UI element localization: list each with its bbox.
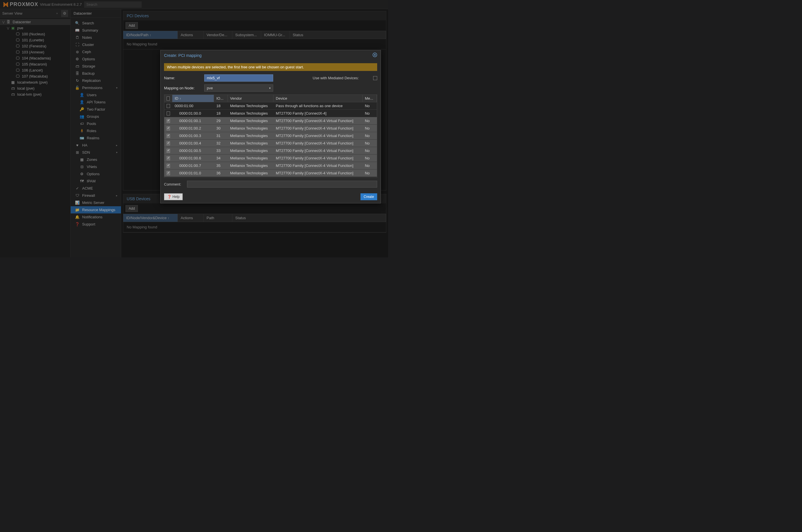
cell-mediated: No <box>363 110 377 117</box>
row-checkbox[interactable] <box>167 134 170 138</box>
mediated-label: Use with Mediated Devices: <box>313 76 359 80</box>
sort-asc-icon: ↑ <box>179 97 181 100</box>
cell-id: 0000:01:01.0 <box>172 170 214 177</box>
cell-iommu: 18 <box>214 110 228 117</box>
node-select[interactable]: pve ▾ <box>204 84 273 92</box>
device-row[interactable]: 0000:01:00.331Mellanox TechnologiesMT277… <box>164 132 377 139</box>
device-row[interactable]: 0000:01:00.533Mellanox TechnologiesMT277… <box>164 147 377 154</box>
cell-device: Pass through all functions as one device <box>273 102 363 110</box>
cell-vendor: Mellanox Technologies <box>228 117 273 125</box>
cell-iommu: 36 <box>214 170 228 177</box>
name-input[interactable] <box>204 74 273 81</box>
device-row[interactable]: 0000:02:00.019Samsung ElectronicsNo <box>164 177 377 178</box>
cell-id: 0000:01:00.6 <box>172 154 214 162</box>
comment-input[interactable] <box>187 181 377 188</box>
device-row[interactable]: 0000:01:0018Mellanox TechnologiesPass th… <box>164 102 377 110</box>
cell-device: MT27700 Family [ConnectX-4 Virtual Funct… <box>273 147 363 154</box>
row-checkbox[interactable] <box>167 104 170 108</box>
device-row[interactable]: 0000:01:00.129Mellanox TechnologiesMT277… <box>164 117 377 125</box>
cell-vendor: Mellanox Technologies <box>228 154 273 162</box>
cell-id: 0000:01:00.0 <box>172 110 214 117</box>
cell-device: MT27700 Family [ConnectX-4 Virtual Funct… <box>273 117 363 125</box>
cell-vendor: Mellanox Technologies <box>228 110 273 117</box>
cell-mediated: No <box>363 154 377 162</box>
cell-mediated: No <box>363 177 377 178</box>
cell-mediated: No <box>363 147 377 154</box>
cell-id: 0000:01:00.4 <box>172 139 214 147</box>
device-row[interactable]: 0000:01:00.432Mellanox TechnologiesMT277… <box>164 139 377 147</box>
cell-vendor: Mellanox Technologies <box>228 125 273 132</box>
cell-mediated: No <box>363 132 377 139</box>
cell-vendor: Samsung Electronics <box>228 177 273 178</box>
cell-iommu: 33 <box>214 147 228 154</box>
cell-device: MT27700 Family [ConnectX-4 Virtual Funct… <box>273 139 363 147</box>
cell-mediated: No <box>363 139 377 147</box>
cell-iommu: 30 <box>214 125 228 132</box>
info-banner: When multiple devices are selected, the … <box>164 63 377 71</box>
cell-iommu: 31 <box>214 132 228 139</box>
cell-id: 0000:01:00.5 <box>172 147 214 154</box>
name-label: Name: <box>164 76 198 80</box>
row-checkbox[interactable] <box>167 164 170 168</box>
cell-mediated: No <box>363 117 377 125</box>
cell-device: MT27700 Family [ConnectX-4 Virtual Funct… <box>273 125 363 132</box>
cell-vendor: Mellanox Technologies <box>228 170 273 177</box>
col-mediated[interactable]: Me... <box>363 95 377 102</box>
cell-mediated: No <box>363 170 377 177</box>
col-vendor[interactable]: Vendor <box>228 95 273 102</box>
cell-device: MT27700 Family [ConnectX-4 Virtual Funct… <box>273 162 363 169</box>
cell-id: 0000:01:00.3 <box>172 132 214 139</box>
cell-vendor: Mellanox Technologies <box>228 147 273 154</box>
row-checkbox[interactable] <box>167 119 170 123</box>
device-row[interactable]: 0000:01:00.735Mellanox TechnologiesMT277… <box>164 162 377 170</box>
cell-vendor: Mellanox Technologies <box>228 132 273 139</box>
cell-mediated: No <box>363 102 377 110</box>
cell-vendor: Mellanox Technologies <box>228 102 273 110</box>
col-iommu[interactable]: IO... <box>214 95 228 102</box>
row-checkbox[interactable] <box>167 127 170 130</box>
cell-mediated: No <box>363 125 377 132</box>
chevron-down-icon: ▾ <box>269 87 271 90</box>
row-checkbox[interactable] <box>167 112 170 115</box>
cell-device: MT27700 Family [ConnectX-4] <box>273 110 363 117</box>
device-grid: ID↑ IO... Vendor Device Me... 0000:01:00… <box>164 95 377 178</box>
cell-device <box>273 177 363 178</box>
cell-iommu: 29 <box>214 117 228 125</box>
cell-device: MT27700 Family [ConnectX-4 Virtual Funct… <box>273 154 363 162</box>
device-row[interactable]: 0000:01:00.018Mellanox TechnologiesMT277… <box>164 110 377 117</box>
cell-iommu: 18 <box>214 102 228 110</box>
node-label: Mapping on Node: <box>164 86 198 90</box>
device-row[interactable]: 0000:01:01.036Mellanox TechnologiesMT277… <box>164 170 377 177</box>
close-icon[interactable] <box>373 53 377 58</box>
row-checkbox[interactable] <box>167 141 170 145</box>
device-row[interactable]: 0000:01:00.634Mellanox TechnologiesMT277… <box>164 154 377 162</box>
cell-id: 0000:01:00.7 <box>172 162 214 169</box>
cell-mediated: No <box>363 162 377 169</box>
dialog-title: Create: PCI mapping <box>164 53 202 58</box>
create-pci-mapping-dialog: Create: PCI mapping When multiple device… <box>160 50 381 203</box>
cell-iommu: 35 <box>214 162 228 169</box>
row-checkbox[interactable] <box>167 171 170 175</box>
cell-device: MT27700 Family [ConnectX-4 Virtual Funct… <box>273 170 363 177</box>
row-checkbox[interactable] <box>167 156 170 160</box>
cell-vendor: Mellanox Technologies <box>228 162 273 169</box>
cell-id: 0000:01:00 <box>172 102 214 110</box>
cell-id: 0000:01:00.2 <box>172 125 214 132</box>
device-row[interactable]: 0000:01:00.230Mellanox TechnologiesMT277… <box>164 125 377 132</box>
cell-vendor: Mellanox Technologies <box>228 139 273 147</box>
col-id[interactable]: ID↑ <box>172 95 214 102</box>
cell-iommu: 19 <box>214 177 228 178</box>
help-button[interactable]: ❓ Help <box>164 193 183 200</box>
help-icon: ❓ <box>167 195 171 199</box>
cell-id: 0000:02:00.0 <box>172 177 214 178</box>
cell-id: 0000:01:00.1 <box>172 117 214 125</box>
cell-iommu: 32 <box>214 139 228 147</box>
mediated-checkbox[interactable] <box>373 76 377 80</box>
row-checkbox[interactable] <box>167 149 170 153</box>
cell-device: MT27700 Family [ConnectX-4 Virtual Funct… <box>273 132 363 139</box>
cell-iommu: 34 <box>214 154 228 162</box>
col-device[interactable]: Device <box>273 95 363 102</box>
col-checkbox[interactable] <box>164 95 172 102</box>
create-button[interactable]: Create <box>361 193 377 200</box>
comment-label: Comment: <box>164 182 181 186</box>
